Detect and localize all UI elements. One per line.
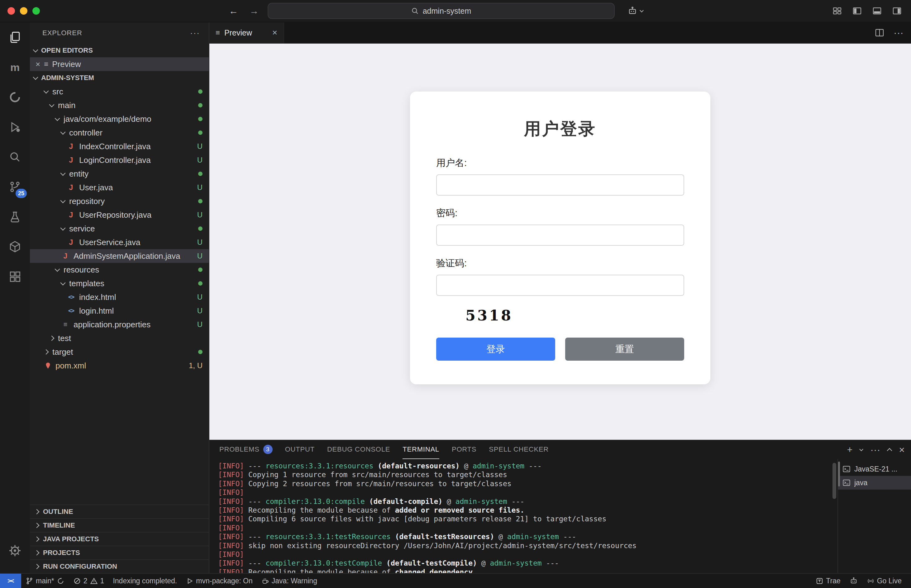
terminal-scrollbar[interactable] <box>831 459 838 573</box>
chevron-down-icon[interactable] <box>859 447 863 451</box>
section-java-projects[interactable]: JAVA PROJECTS <box>30 532 209 546</box>
activitybar-m-logo[interactable]: m <box>0 52 30 82</box>
activitybar-java-packages[interactable] <box>0 232 30 262</box>
panel-tab-problems[interactable]: PROBLEMS3 <box>219 440 273 459</box>
close-icon[interactable]: × <box>272 28 277 38</box>
panel-tab-ports[interactable]: PORTS <box>452 440 476 459</box>
password-input[interactable] <box>436 225 684 246</box>
activitybar-run-debug[interactable] <box>0 112 30 142</box>
more-actions-icon[interactable]: ··· <box>893 27 903 39</box>
tree-item-indexcontroller-java[interactable]: JIndexController.javaU <box>30 139 209 153</box>
java-status-item[interactable]: Java: Warning <box>257 573 322 588</box>
zoom-window-button[interactable] <box>32 7 40 15</box>
open-editors-section-header[interactable]: OPEN EDITORS <box>30 44 209 57</box>
address-bar[interactable]: admin-system <box>268 3 615 19</box>
modified-dot-badge <box>198 350 202 354</box>
panel-tab-debug-console[interactable]: DEBUG CONSOLE <box>327 440 390 459</box>
activitybar-testing[interactable] <box>0 202 30 232</box>
go-live-item[interactable]: Go Live <box>862 573 906 588</box>
remote-indicator[interactable]: >< <box>0 573 21 588</box>
activitybar-source-control[interactable]: 25 <box>0 172 30 202</box>
toggle-sidebar-right-icon[interactable] <box>892 6 902 16</box>
back-arrow-icon[interactable]: ← <box>229 6 238 16</box>
chevron-right-icon <box>44 349 49 355</box>
chevron-right-icon <box>49 336 55 341</box>
git-status-badge: U <box>197 320 202 329</box>
minimize-window-button[interactable] <box>20 7 28 15</box>
terminal-list-item-java[interactable]: java <box>838 476 911 489</box>
modified-dot-badge <box>198 89 202 94</box>
tree-item-logincontroller-java[interactable]: JLoginController.javaU <box>30 153 209 167</box>
toggle-sidebar-left-icon[interactable] <box>852 6 862 16</box>
maximize-panel-icon[interactable] <box>887 448 892 454</box>
tree-item-pom-xml[interactable]: pom.xml1, U <box>30 359 209 373</box>
section-run-configuration[interactable]: RUN CONFIGURATION <box>30 559 209 573</box>
terminal-list-item-javase-21[interactable]: JavaSE-21 ... <box>838 462 911 476</box>
terminal-output[interactable]: [INFO] --- resources:3.3.1:resources (de… <box>209 459 831 573</box>
reset-button[interactable]: 重置 <box>565 338 684 361</box>
terminal-line: [INFO] Copying 2 resources from src/main… <box>218 479 831 488</box>
git-status-badge: U <box>197 142 202 151</box>
tree-item-user-java[interactable]: JUser.javaU <box>30 181 209 194</box>
list-scrollbar[interactable] <box>838 462 840 486</box>
tree-item-index-html[interactable]: <>index.htmlU <box>30 290 209 304</box>
tab-preview[interactable]: ≡ Preview × <box>209 23 284 43</box>
tree-item-adminsystemapplication-java[interactable]: JAdminSystemApplication.javaU <box>30 249 209 263</box>
tree-item-main[interactable]: main <box>30 99 209 112</box>
toggle-panel-bottom-icon[interactable] <box>872 6 882 16</box>
open-editor-label: Preview <box>52 60 81 69</box>
login-button[interactable]: 登录 <box>436 338 555 361</box>
activitybar-extensions[interactable] <box>0 262 30 291</box>
username-input[interactable] <box>436 174 684 195</box>
ai-menu[interactable] <box>627 6 643 16</box>
more-actions-icon[interactable]: ··· <box>190 28 200 38</box>
close-panel-icon[interactable]: × <box>899 444 905 456</box>
git-branch-item[interactable]: main* <box>21 573 69 588</box>
panel-tab-terminal[interactable]: TERMINAL <box>403 440 439 459</box>
tree-item-java-com-example-demo[interactable]: java/com/example/demo <box>30 112 209 126</box>
tree-item-userrepository-java[interactable]: JUserRepository.javaU <box>30 208 209 222</box>
tree-item-templates[interactable]: templates <box>30 276 209 290</box>
ai-assistant-item[interactable] <box>845 573 862 588</box>
project-section-header[interactable]: ADMIN-SYSTEM <box>30 71 209 85</box>
tree-item-entity[interactable]: entity <box>30 167 209 181</box>
tree-item-target[interactable]: target <box>30 345 209 359</box>
tree-item-service[interactable]: service <box>30 222 209 236</box>
modified-dot-badge <box>198 171 202 176</box>
split-editor-icon[interactable] <box>874 27 885 38</box>
more-actions-icon[interactable]: ··· <box>870 444 880 456</box>
chevron-down-icon <box>44 89 49 94</box>
captcha-image[interactable]: 5318 <box>466 307 684 324</box>
open-editor-preview[interactable]: × ≡ Preview <box>30 57 209 71</box>
tree-item-test[interactable]: test <box>30 331 209 345</box>
new-terminal-icon[interactable]: + <box>847 445 853 454</box>
modified-dot-badge <box>198 117 202 121</box>
section-timeline[interactable]: TIMELINE <box>30 518 209 532</box>
tree-item-login-html[interactable]: <>login.htmlU <box>30 304 209 318</box>
editor-tab-bar: ≡ Preview × ··· <box>209 23 911 44</box>
close-icon[interactable]: × <box>36 60 40 68</box>
close-window-button[interactable] <box>8 7 15 15</box>
tree-item-application-properties[interactable]: ≡application.propertiesU <box>30 318 209 331</box>
section-outline[interactable]: OUTLINE <box>30 504 209 518</box>
tree-item-resources[interactable]: resources <box>30 263 209 276</box>
tree-item-controller[interactable]: controller <box>30 126 209 139</box>
problems-item[interactable]: 2 1 <box>69 573 109 588</box>
customize-layout-icon[interactable] <box>832 6 843 16</box>
tree-item-repository[interactable]: repository <box>30 194 209 208</box>
activitybar-ai-assistant[interactable] <box>0 82 30 112</box>
git-status-badge: 1, U <box>189 361 202 370</box>
activitybar-explorer[interactable] <box>0 23 30 52</box>
tree-item-userservice-java[interactable]: JUserService.javaU <box>30 236 209 249</box>
captcha-input[interactable] <box>436 275 684 296</box>
panel-tab-output[interactable]: OUTPUT <box>285 440 315 459</box>
forward-arrow-icon[interactable]: → <box>249 6 259 16</box>
trae-item[interactable]: Trae <box>811 573 845 588</box>
mvn-task-item[interactable]: mvn-package: On <box>181 573 257 588</box>
activitybar-settings[interactable] <box>0 536 30 565</box>
section-projects[interactable]: PROJECTS <box>30 546 209 559</box>
terminal-line: [INFO] <box>218 523 831 532</box>
tree-item-src[interactable]: src <box>30 85 209 99</box>
panel-tab-spell-checker[interactable]: SPELL CHECKER <box>489 440 549 459</box>
activitybar-search[interactable] <box>0 142 30 172</box>
